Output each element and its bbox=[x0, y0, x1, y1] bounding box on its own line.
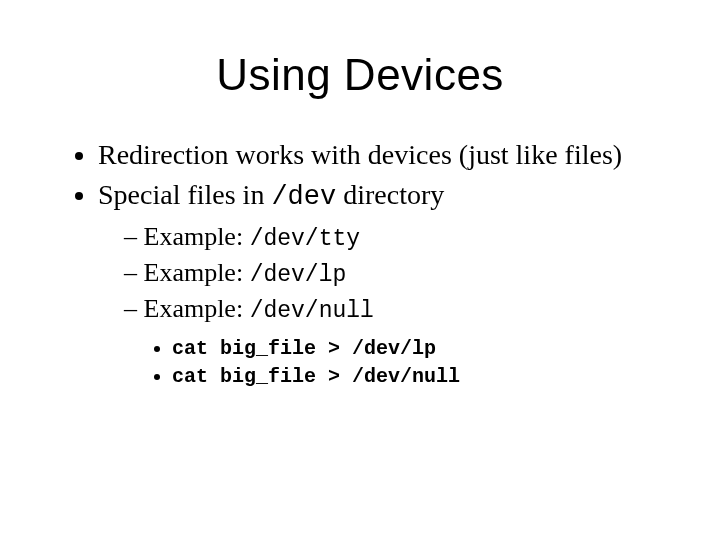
example-2: Example: /dev/lp bbox=[124, 255, 660, 291]
slide: Using Devices Redirection works with dev… bbox=[0, 0, 720, 540]
bullet-2-post: directory bbox=[336, 179, 444, 210]
bullet-2-code: /dev bbox=[271, 182, 336, 212]
example-3: Example: /dev/null cat big_file > /dev/l… bbox=[124, 291, 660, 391]
example-1-code: /dev/tty bbox=[250, 226, 360, 252]
bullet-1: Redirection works with devices (just lik… bbox=[98, 138, 660, 172]
bullet-2-pre: Special files in bbox=[98, 179, 271, 210]
example-1-label: Example: bbox=[144, 222, 250, 251]
example-2-code: /dev/lp bbox=[250, 262, 347, 288]
command-1: cat big_file > /dev/lp bbox=[172, 335, 660, 363]
bullet-list-level1: Redirection works with devices (just lik… bbox=[60, 138, 660, 391]
bullet-2: Special files in /dev directory Example:… bbox=[98, 178, 660, 392]
example-2-label: Example: bbox=[144, 258, 250, 287]
bullet-list-level3: cat big_file > /dev/lp cat big_file > /d… bbox=[124, 335, 660, 391]
example-3-label: Example: bbox=[144, 294, 250, 323]
command-2: cat big_file > /dev/null bbox=[172, 363, 660, 391]
bullet-1-text: Redirection works with devices (just lik… bbox=[98, 139, 622, 170]
example-3-code: /dev/null bbox=[250, 298, 374, 324]
example-1: Example: /dev/tty bbox=[124, 219, 660, 255]
slide-title: Using Devices bbox=[60, 50, 660, 100]
bullet-list-level2: Example: /dev/tty Example: /dev/lp Examp… bbox=[98, 219, 660, 391]
